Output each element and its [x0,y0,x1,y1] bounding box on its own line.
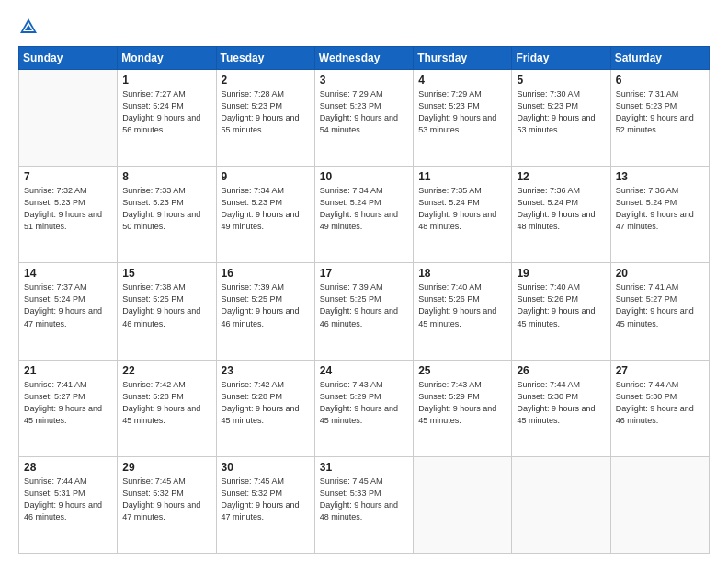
day-detail: Sunrise: 7:34 AMSunset: 5:23 PMDaylight:… [222,185,310,233]
calendar-cell: 2 Sunrise: 7:28 AMSunset: 5:23 PMDayligh… [216,70,314,167]
calendar-cell [19,70,118,167]
day-detail: Sunrise: 7:29 AMSunset: 5:23 PMDaylight:… [320,88,408,136]
day-number: 29 [122,461,210,474]
day-detail: Sunrise: 7:40 AMSunset: 5:26 PMDaylight:… [517,282,605,329]
calendar-cell [414,456,512,553]
page: SundayMondayTuesdayWednesdayThursdayFrid… [0,0,728,563]
day-number: 15 [122,267,210,280]
calendar-cell: 6 Sunrise: 7:31 AMSunset: 5:23 PMDayligh… [610,70,709,167]
day-detail: Sunrise: 7:45 AMSunset: 5:32 PMDaylight:… [222,476,310,523]
day-number: 3 [320,74,408,86]
calendar-header-wednesday: Wednesday [314,47,413,70]
day-detail: Sunrise: 7:43 AMSunset: 5:29 PMDaylight:… [320,379,408,427]
day-detail: Sunrise: 7:42 AMSunset: 5:28 PMDaylight:… [122,379,210,427]
day-detail: Sunrise: 7:36 AMSunset: 5:24 PMDaylight:… [517,185,605,233]
calendar-cell: 19 Sunrise: 7:40 AMSunset: 5:26 PMDaylig… [512,263,610,360]
day-detail: Sunrise: 7:45 AMSunset: 5:33 PMDaylight:… [320,476,408,523]
day-number: 16 [222,267,310,280]
day-detail: Sunrise: 7:29 AMSunset: 5:23 PMDaylight:… [418,88,506,136]
day-detail: Sunrise: 7:40 AMSunset: 5:26 PMDaylight:… [418,282,506,329]
day-number: 6 [616,74,704,86]
day-number: 2 [222,74,310,86]
calendar-cell: 17 Sunrise: 7:39 AMSunset: 5:25 PMDaylig… [314,263,413,360]
calendar-header-thursday: Thursday [414,47,512,70]
day-number: 24 [320,364,408,377]
day-detail: Sunrise: 7:45 AMSunset: 5:32 PMDaylight:… [122,476,210,523]
calendar-cell: 8 Sunrise: 7:33 AMSunset: 5:23 PMDayligh… [118,167,216,263]
day-detail: Sunrise: 7:43 AMSunset: 5:29 PMDaylight:… [418,379,506,427]
calendar-cell: 23 Sunrise: 7:42 AMSunset: 5:28 PMDaylig… [216,360,314,456]
day-number: 14 [24,267,112,280]
day-number: 5 [517,74,605,86]
day-detail: Sunrise: 7:34 AMSunset: 5:24 PMDaylight:… [320,185,408,233]
day-detail: Sunrise: 7:44 AMSunset: 5:30 PMDaylight:… [517,379,605,427]
day-number: 13 [616,170,704,183]
day-detail: Sunrise: 7:30 AMSunset: 5:23 PMDaylight:… [517,88,605,136]
calendar-cell: 5 Sunrise: 7:30 AMSunset: 5:23 PMDayligh… [512,70,610,167]
calendar-cell: 3 Sunrise: 7:29 AMSunset: 5:23 PMDayligh… [314,70,413,167]
calendar-cell: 22 Sunrise: 7:42 AMSunset: 5:28 PMDaylig… [118,360,216,456]
calendar-cell: 7 Sunrise: 7:32 AMSunset: 5:23 PMDayligh… [19,167,118,263]
day-detail: Sunrise: 7:27 AMSunset: 5:24 PMDaylight:… [122,88,210,136]
day-detail: Sunrise: 7:44 AMSunset: 5:31 PMDaylight:… [24,476,112,523]
calendar-cell: 13 Sunrise: 7:36 AMSunset: 5:24 PMDaylig… [610,167,709,263]
day-number: 18 [418,267,506,280]
calendar-header-saturday: Saturday [610,47,709,70]
calendar-table: SundayMondayTuesdayWednesdayThursdayFrid… [18,46,710,554]
day-number: 28 [24,461,112,474]
calendar-cell [610,456,709,553]
calendar-header-tuesday: Tuesday [216,47,314,70]
day-number: 26 [517,364,605,377]
day-detail: Sunrise: 7:31 AMSunset: 5:23 PMDaylight:… [616,88,704,136]
calendar-cell: 24 Sunrise: 7:43 AMSunset: 5:29 PMDaylig… [314,360,413,456]
calendar-cell: 16 Sunrise: 7:39 AMSunset: 5:25 PMDaylig… [216,263,314,360]
calendar-cell: 31 Sunrise: 7:45 AMSunset: 5:33 PMDaylig… [314,456,413,553]
calendar-cell: 25 Sunrise: 7:43 AMSunset: 5:29 PMDaylig… [414,360,512,456]
day-detail: Sunrise: 7:44 AMSunset: 5:30 PMDaylight:… [616,379,704,427]
calendar-cell: 14 Sunrise: 7:37 AMSunset: 5:24 PMDaylig… [19,263,118,360]
calendar-header-sunday: Sunday [19,47,118,70]
calendar-cell: 29 Sunrise: 7:45 AMSunset: 5:32 PMDaylig… [118,456,216,553]
calendar-cell: 11 Sunrise: 7:35 AMSunset: 5:24 PMDaylig… [414,167,512,263]
day-number: 27 [616,364,704,377]
calendar-cell: 18 Sunrise: 7:40 AMSunset: 5:26 PMDaylig… [414,263,512,360]
day-detail: Sunrise: 7:41 AMSunset: 5:27 PMDaylight:… [24,379,112,427]
day-number: 31 [320,461,408,474]
calendar-cell: 9 Sunrise: 7:34 AMSunset: 5:23 PMDayligh… [216,167,314,263]
day-number: 1 [122,74,210,86]
calendar-cell: 30 Sunrise: 7:45 AMSunset: 5:32 PMDaylig… [216,456,314,553]
calendar-cell: 12 Sunrise: 7:36 AMSunset: 5:24 PMDaylig… [512,167,610,263]
calendar-cell: 4 Sunrise: 7:29 AMSunset: 5:23 PMDayligh… [414,70,512,167]
calendar-cell: 21 Sunrise: 7:41 AMSunset: 5:27 PMDaylig… [19,360,118,456]
day-number: 22 [122,364,210,377]
day-detail: Sunrise: 7:39 AMSunset: 5:25 PMDaylight:… [320,282,408,329]
calendar-cell [512,456,610,553]
day-number: 25 [418,364,506,377]
calendar-week-1: 7 Sunrise: 7:32 AMSunset: 5:23 PMDayligh… [19,167,710,263]
calendar-cell: 26 Sunrise: 7:44 AMSunset: 5:30 PMDaylig… [512,360,610,456]
calendar-week-0: 1 Sunrise: 7:27 AMSunset: 5:24 PMDayligh… [19,70,710,167]
calendar-cell: 20 Sunrise: 7:41 AMSunset: 5:27 PMDaylig… [610,263,709,360]
day-detail: Sunrise: 7:41 AMSunset: 5:27 PMDaylight:… [616,282,704,329]
calendar-cell: 1 Sunrise: 7:27 AMSunset: 5:24 PMDayligh… [118,70,216,167]
day-number: 4 [418,74,506,86]
day-detail: Sunrise: 7:36 AMSunset: 5:24 PMDaylight:… [616,185,704,233]
day-detail: Sunrise: 7:42 AMSunset: 5:28 PMDaylight:… [222,379,310,427]
calendar-header-friday: Friday [512,47,610,70]
calendar-cell: 10 Sunrise: 7:34 AMSunset: 5:24 PMDaylig… [314,167,413,263]
day-number: 11 [418,170,506,183]
calendar-cell: 15 Sunrise: 7:38 AMSunset: 5:25 PMDaylig… [118,263,216,360]
day-detail: Sunrise: 7:33 AMSunset: 5:23 PMDaylight:… [122,185,210,233]
day-number: 10 [320,170,408,183]
logo [18,17,42,37]
day-number: 20 [616,267,704,280]
day-number: 19 [517,267,605,280]
day-detail: Sunrise: 7:39 AMSunset: 5:25 PMDaylight:… [222,282,310,329]
day-detail: Sunrise: 7:28 AMSunset: 5:23 PMDaylight:… [222,88,310,136]
calendar-header-monday: Monday [118,47,216,70]
day-number: 8 [122,170,210,183]
day-number: 12 [517,170,605,183]
day-number: 21 [24,364,112,377]
day-number: 9 [222,170,310,183]
day-detail: Sunrise: 7:37 AMSunset: 5:24 PMDaylight:… [24,282,112,329]
